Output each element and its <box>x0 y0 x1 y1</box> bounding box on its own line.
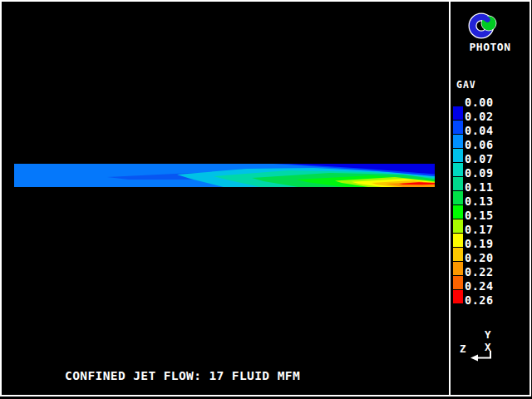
legend-value: 0.06 <box>465 138 494 152</box>
plot-caption: CONFINED JET FLOW: 17 FLUID MFM <box>65 369 300 382</box>
legend-value: 0.04 <box>465 124 494 138</box>
legend-value: 0.17 <box>465 223 494 237</box>
legend-swatch <box>452 148 463 162</box>
legend-value: 0.13 <box>465 195 494 209</box>
legend-value: 0.20 <box>465 251 494 265</box>
legend-value: 0.00 <box>465 96 494 110</box>
legend-value: 0.15 <box>465 209 494 223</box>
axis-label-z: Z <box>460 342 466 355</box>
legend-swatch <box>452 106 463 120</box>
axis-triad: Y X Z <box>459 328 504 366</box>
legend-color-bar <box>452 106 463 303</box>
legend-value: 0.19 <box>465 237 494 251</box>
legend-value: 0.09 <box>465 166 494 180</box>
photon-logo-icon <box>467 10 500 42</box>
legend-swatch <box>452 219 463 233</box>
sidebar-divider <box>449 0 451 397</box>
legend-swatch <box>452 134 463 148</box>
brand-label: PHOTON <box>450 41 530 53</box>
legend-swatch <box>452 261 463 275</box>
axis-label-y: Y <box>485 328 491 341</box>
legend-value: 0.11 <box>465 180 494 195</box>
axis-label-x: X <box>485 341 491 353</box>
plot-viewport[interactable]: CONFINED JET FLOW: 17 FLUID MFM <box>2 2 449 395</box>
legend-value: 0.07 <box>465 152 494 166</box>
legend-swatch <box>452 190 463 204</box>
legend-value: 0.24 <box>465 279 494 293</box>
legend-value: 0.02 <box>465 110 494 124</box>
legend-value: 0.22 <box>465 265 494 279</box>
photon-window: CONFINED JET FLOW: 17 FLUID MFM PHOTON G… <box>0 0 532 399</box>
contour-band <box>14 164 435 187</box>
legend-swatch <box>452 176 463 190</box>
legend-swatch <box>452 289 463 303</box>
axis-arrowhead-icon <box>470 355 478 362</box>
legend-swatch <box>452 233 463 247</box>
legend-swatch <box>452 247 463 261</box>
legend-title: GAV <box>456 79 476 91</box>
legend-swatch <box>452 162 463 176</box>
legend-swatch <box>452 204 463 219</box>
legend-swatch <box>452 275 463 289</box>
legend-value-list: 0.00 0.02 0.04 0.06 0.07 0.09 0.11 0.13 … <box>465 96 494 308</box>
logo-blue-hook <box>481 17 487 20</box>
legend-swatch <box>452 120 463 134</box>
legend-value: 0.26 <box>465 293 494 308</box>
